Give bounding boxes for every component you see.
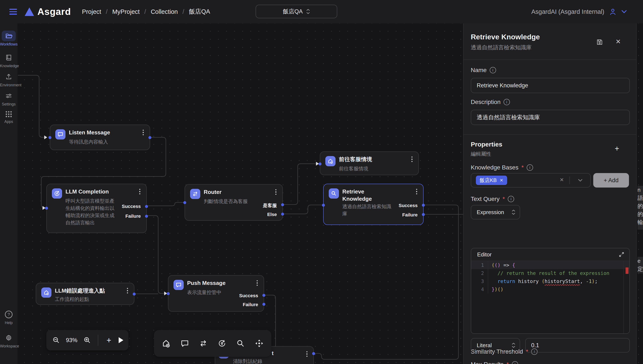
account-menu[interactable]: AsgardAI (Asgard Internal) [531, 0, 627, 24]
cutoff-popover-top: n 語 的 的 輸 [638, 186, 643, 230]
output-port-else[interactable] [281, 212, 284, 216]
code-line: 4 })() [471, 285, 630, 294]
output-port-success[interactable] [262, 294, 265, 297]
input-port[interactable] [48, 136, 52, 139]
node-router[interactable]: Router 判斷情境是否為客服 是客服 Else [184, 184, 283, 221]
output-port-failure[interactable] [145, 215, 148, 218]
node-menu-button[interactable] [126, 287, 129, 294]
info-icon[interactable]: i [527, 164, 533, 171]
info-icon[interactable]: i [504, 99, 510, 105]
breadcrumb-project[interactable]: Project [82, 8, 101, 15]
output-port-failure[interactable] [422, 213, 425, 216]
info-icon[interactable]: i [490, 67, 496, 73]
sidebar-item-apps[interactable]: Apps [0, 108, 18, 124]
upload-icon [2, 72, 16, 82]
input-port[interactable] [318, 162, 322, 166]
sidebar-item-workspace[interactable]: Workspace [0, 332, 18, 348]
node-llm-error-entry[interactable]: LLM錯誤處理進入點 工作流程的起點 [36, 283, 134, 305]
output-port[interactable] [133, 292, 136, 296]
node-title: LLM錯誤處理進入點 [55, 287, 105, 294]
node-menu-button[interactable] [306, 350, 308, 358]
chevron-down-icon[interactable] [578, 178, 582, 182]
expand-icon[interactable] [619, 252, 624, 257]
output-port[interactable] [312, 352, 315, 355]
node-push-message[interactable]: Push Message 表示流量控管中 Success Failure [168, 275, 264, 312]
menu-icon[interactable] [9, 9, 17, 15]
node-menu-button[interactable] [256, 280, 258, 286]
node-menu-button[interactable] [138, 188, 141, 195]
input-port[interactable] [322, 204, 325, 207]
add-knowledge-base-button[interactable]: + Add [593, 173, 629, 188]
node-description: 前往客服情境 [339, 165, 368, 172]
select-clear-icon[interactable]: ✕ [560, 177, 564, 183]
palette-search-icon[interactable] [234, 337, 247, 350]
description-label: Descriptioni [471, 99, 510, 106]
panel-title: Retrieve Knowledge [471, 33, 540, 41]
node-title: LLM Completion [66, 188, 109, 195]
output-port[interactable] [148, 136, 152, 139]
updown-chevron-icon [306, 9, 310, 14]
palette-message-icon[interactable] [178, 337, 191, 350]
asgard-logo [25, 8, 34, 16]
expression-editor[interactable]: Editor 1 (() => { 2 // return the result… [471, 248, 630, 334]
run-workflow-button[interactable] [119, 337, 123, 343]
node-description: 表示流量控管中 [187, 289, 221, 296]
node-menu-button[interactable] [142, 129, 144, 136]
breadcrumb-collection[interactable]: Collection [151, 8, 178, 15]
node-title: Listen Message [69, 129, 110, 136]
text-query-type-dropdown[interactable]: Expression [471, 205, 520, 220]
message-icon [174, 280, 184, 290]
asgard-workflow-editor: Listen Message 等待訊息內容輸入 LLM Completion 呼… [0, 0, 643, 364]
node-listen-message[interactable]: Listen Message 等待訊息內容輸入 [50, 124, 150, 150]
output-port-failure[interactable] [262, 303, 265, 306]
input-port[interactable] [167, 292, 170, 295]
workflow-selector-dropdown[interactable]: 飯店QA [256, 5, 337, 18]
node-menu-button[interactable] [415, 188, 418, 195]
input-port[interactable] [45, 207, 48, 210]
zoom-out-button[interactable] [50, 335, 62, 346]
similarity-value-input[interactable] [525, 338, 630, 352]
node-menu-button[interactable] [410, 156, 413, 163]
router-icon [190, 189, 200, 199]
node-llm-completion[interactable]: LLM Completion 呼叫大型語言模型並產生結構化的資料輸出以輔助流程的… [46, 184, 147, 233]
name-input[interactable] [471, 78, 630, 93]
info-icon[interactable]: i [512, 361, 518, 364]
code-area[interactable]: 1 (() => { 2 // return the result of the… [471, 261, 630, 334]
zoom-in-button[interactable] [82, 335, 93, 346]
palette-home-add-icon[interactable] [160, 337, 172, 350]
output-label-success: Success [122, 204, 141, 209]
sidebar-item-knowledge[interactable]: Knowledge [0, 52, 18, 68]
node-goto-cs-scene[interactable]: 前往客服情境 前往客服情境 [320, 152, 419, 175]
add-property-button[interactable]: + [615, 144, 619, 153]
close-icon[interactable]: ✕ [616, 38, 621, 45]
palette-router-icon[interactable] [197, 337, 210, 350]
palette-move-icon[interactable] [253, 337, 266, 350]
save-icon[interactable] [596, 39, 603, 46]
sidebar-item-help[interactable]: ? Help [0, 309, 18, 325]
output-port-is-cs[interactable] [281, 203, 284, 206]
node-retrieve-knowledge[interactable]: Retrieve Knowledge 透過自然語言檢索知識庫 Success F… [323, 184, 424, 225]
chip-remove-icon[interactable]: ✕ [500, 178, 503, 183]
sidebar-item-settings[interactable]: Settings [0, 90, 18, 106]
node-config-panel: Retrieve Knowledge 透過自然語言檢索知識庫 ✕ Namei D… [463, 24, 636, 364]
output-label-success: Success [399, 203, 418, 208]
sidebar-item-workflows[interactable]: Workflows [0, 30, 18, 46]
similarity-type-dropdown[interactable]: Literal [471, 338, 520, 352]
breadcrumb-myproject[interactable]: MyProject [112, 8, 140, 15]
code-line: 3 return history (historyStart, -1); [471, 277, 630, 285]
node-palette-toolbar [154, 330, 271, 357]
breadcrumb-workflow[interactable]: 飯店QA [189, 8, 210, 16]
output-port-success[interactable] [422, 204, 425, 207]
description-input[interactable] [471, 110, 630, 125]
kb-chip[interactable]: 飯店KB✕ [476, 176, 507, 185]
toolbar-divider [98, 335, 98, 346]
info-icon[interactable]: i [508, 196, 514, 202]
palette-llm-icon[interactable] [216, 337, 228, 350]
output-label-is-cs: 是客服 [263, 202, 277, 209]
add-node-button[interactable]: + [103, 335, 114, 346]
sidebar-item-environment[interactable]: Environment [0, 72, 18, 88]
input-port[interactable] [183, 201, 186, 204]
node-menu-button[interactable] [274, 188, 277, 196]
knowledge-bases-select[interactable]: 飯店KB✕ ✕ [471, 173, 591, 188]
output-port-success[interactable] [145, 205, 148, 208]
